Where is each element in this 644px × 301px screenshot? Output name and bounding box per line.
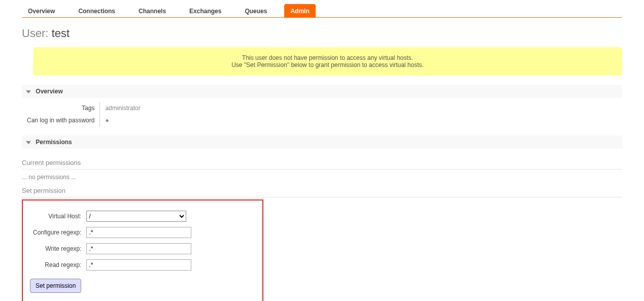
page-title: User: test bbox=[22, 27, 622, 40]
read-label: Read regexp: bbox=[31, 257, 83, 273]
tags-value: administrator bbox=[100, 102, 146, 114]
vhost-select[interactable]: / bbox=[86, 211, 186, 222]
section-overview-body: Tags administrator Can log in with passw… bbox=[22, 98, 622, 126]
set-permission-heading: Set permission bbox=[22, 187, 622, 197]
warning-line1: This user does not have permission to ac… bbox=[242, 54, 413, 61]
section-permissions-body: Current permissions ... no permissions .… bbox=[22, 149, 622, 301]
chevron-down-icon bbox=[26, 90, 31, 93]
read-regexp-input[interactable] bbox=[86, 259, 191, 271]
set-permission-form-box: Virtual Host: / Configure regexp: Write … bbox=[22, 199, 263, 301]
write-label: Write regexp: bbox=[31, 241, 83, 256]
login-label: Can log in with password bbox=[22, 114, 100, 126]
tab-admin[interactable]: Admin bbox=[284, 4, 315, 17]
overview-facts-table: Tags administrator Can log in with passw… bbox=[22, 102, 146, 126]
tab-exchanges[interactable]: Exchanges bbox=[183, 4, 227, 17]
current-permissions-heading: Current permissions bbox=[22, 159, 622, 170]
write-regexp-input[interactable] bbox=[86, 243, 191, 254]
no-permissions-text: ... no permissions ... bbox=[22, 174, 622, 181]
page-title-prefix: User: bbox=[22, 27, 52, 40]
warning-line2: Use "Set Permission" below to grant perm… bbox=[231, 61, 424, 69]
permission-warning-banner: This user does not have permission to ac… bbox=[33, 47, 622, 76]
tab-connections[interactable]: Connections bbox=[72, 4, 121, 17]
vhost-label: Virtual Host: bbox=[31, 209, 83, 224]
section-permissions-header[interactable]: Permissions bbox=[22, 136, 622, 149]
configure-label: Configure regexp: bbox=[31, 225, 83, 240]
section-overview-header[interactable]: Overview bbox=[22, 85, 622, 98]
configure-regexp-input[interactable] bbox=[86, 227, 191, 238]
chevron-down-icon bbox=[26, 141, 31, 144]
set-permission-button[interactable] bbox=[30, 279, 81, 293]
section-permissions-title: Permissions bbox=[36, 139, 72, 146]
main-tabs: Overview Connections Channels Exchanges … bbox=[22, 4, 622, 18]
tab-queues[interactable]: Queues bbox=[239, 4, 273, 17]
login-value: ● bbox=[100, 114, 146, 126]
tab-channels[interactable]: Channels bbox=[132, 4, 172, 17]
tags-label: Tags bbox=[22, 102, 100, 114]
section-overview-title: Overview bbox=[36, 88, 62, 95]
tab-overview[interactable]: Overview bbox=[22, 4, 61, 17]
page-title-user: test bbox=[52, 27, 70, 40]
set-permission-form: Virtual Host: / Configure regexp: Write … bbox=[30, 208, 194, 274]
